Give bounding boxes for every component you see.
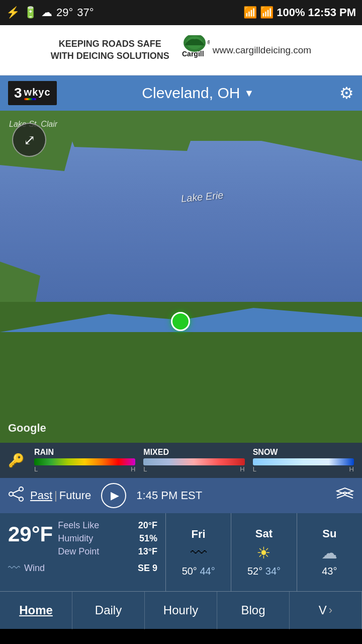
svg-text:Cargill: Cargill xyxy=(182,50,204,58)
status-temp: 29° xyxy=(56,6,73,19)
bottom-navigation: Home Daily Hourly Blog V › xyxy=(0,591,362,629)
nav-blog[interactable]: Blog xyxy=(217,592,290,629)
ad-url: www.cargilldeicing.com xyxy=(213,45,311,56)
forecast-fri-temps: 50° 44° xyxy=(182,566,215,577)
settings-button[interactable]: ⚙ xyxy=(339,84,354,103)
forecast-sun-icon: ☁ xyxy=(321,543,337,562)
nav-home-label: Home xyxy=(19,603,53,617)
expand-map-button[interactable]: ⤢ xyxy=(12,123,46,157)
time-display: 1:45 PM EST xyxy=(136,489,330,502)
mixed-low: L xyxy=(143,465,147,473)
location-marker xyxy=(171,312,190,331)
svg-point-4 xyxy=(19,487,23,491)
dew-point-value: 13°F xyxy=(138,546,157,557)
cargill-logo: Cargill ® xyxy=(179,35,210,65)
status-bar: ⚡ 🔋 ☁ 29° 37° 📶 📶 100% 12:53 PM xyxy=(0,0,362,25)
app-header: 3 wkyc Cleveland, OH ▼ ⚙ xyxy=(0,75,362,111)
nav-hourly[interactable]: Hourly xyxy=(145,592,217,629)
snow-label: SNOW xyxy=(253,448,354,457)
snow-legend: SNOW L H xyxy=(253,448,354,473)
current-conditions: 29°F Feels Like 20°F Humidity 51% Dew Po… xyxy=(0,513,166,591)
lake-erie-label: Lake Erie xyxy=(180,189,224,204)
nav-more[interactable]: V › xyxy=(290,592,362,629)
svg-text:®: ® xyxy=(207,40,210,45)
mixed-label: MIXED xyxy=(143,448,244,457)
wifi-icon: 📶 xyxy=(243,6,257,19)
forecast-sat-name: Sat xyxy=(255,527,273,540)
ad-line2: WITH DEICING SOLUTIONS xyxy=(51,50,169,62)
forecast-fri-name: Fri xyxy=(192,528,206,541)
feels-like-value: 20°F xyxy=(138,520,157,531)
forecast-sun-temps: 43° xyxy=(322,566,337,577)
future-button[interactable]: Future xyxy=(59,489,92,502)
nav-daily[interactable]: Daily xyxy=(72,592,145,629)
mixed-gradient-bar xyxy=(143,458,244,465)
ad-banner[interactable]: KEEPING ROADS SAFE WITH DEICING SOLUTION… xyxy=(0,25,362,75)
play-button[interactable]: ▶ xyxy=(101,483,126,508)
snow-low: L xyxy=(253,465,256,473)
usb-icon: ⚡ xyxy=(6,6,20,19)
humidity-label: Humidity xyxy=(58,533,93,544)
nav-home[interactable]: Home xyxy=(0,592,72,629)
past-button[interactable]: Past xyxy=(30,489,52,502)
expand-icon: ⤢ xyxy=(24,132,35,148)
nav-daily-label: Daily xyxy=(95,603,122,617)
google-attribution: Google xyxy=(8,422,46,435)
mixed-high: H xyxy=(240,465,244,473)
svg-line-8 xyxy=(13,495,20,498)
wind-value: SE 9 xyxy=(138,563,157,574)
forecast-area: Fri 〰 50° 44° Sat ☀ 52° 34° Su ☁ 43° xyxy=(166,513,362,591)
forecast-sat-temps: 52° 34° xyxy=(247,566,281,577)
location-dropdown-icon: ▼ xyxy=(244,88,254,99)
playback-controls: Past | Future ▶ 1:45 PM EST xyxy=(0,478,362,513)
layers-button[interactable] xyxy=(336,486,354,506)
nav-blog-label: Blog xyxy=(241,603,265,617)
rain-high: H xyxy=(131,465,135,473)
time-toggle[interactable]: Past | Future xyxy=(30,489,91,502)
nav-hourly-label: Hourly xyxy=(163,603,198,617)
wind-icon: 〰 xyxy=(8,561,20,575)
forecast-fri-icon: 〰 xyxy=(191,544,207,562)
svg-point-5 xyxy=(19,497,23,501)
forecast-sun-name: Su xyxy=(322,527,336,540)
ad-line1: KEEPING ROADS SAFE xyxy=(51,38,169,50)
svg-line-7 xyxy=(13,490,20,493)
play-icon: ▶ xyxy=(111,489,119,502)
wind-label: Wind xyxy=(24,563,45,574)
humidity-value: 51% xyxy=(139,533,157,544)
battery-icon: 🔋 xyxy=(24,6,37,19)
forecast-sat-icon: ☀ xyxy=(256,543,271,562)
current-temp: 29°F xyxy=(8,522,53,546)
snow-high: H xyxy=(349,465,354,473)
rain-label: RAIN xyxy=(34,448,135,457)
signal-icon: 📶 xyxy=(260,6,274,19)
status-temp2: 37° xyxy=(77,6,94,19)
dew-point-label: Dew Point xyxy=(58,546,99,557)
rain-legend: RAIN L H xyxy=(34,448,135,473)
weather-info-panel: 29°F Feels Like 20°F Humidity 51% Dew Po… xyxy=(0,513,362,591)
mixed-legend: MIXED L H xyxy=(143,448,244,473)
legend-key-icon: 🔑 xyxy=(8,453,24,468)
nav-chevron-icon: › xyxy=(329,604,332,617)
snow-gradient-bar xyxy=(253,458,354,465)
forecast-sun: Su ☁ 43° xyxy=(297,513,362,591)
share-button[interactable] xyxy=(8,486,24,506)
feels-like-label: Feels Like xyxy=(58,520,99,531)
location-text: Cleveland, OH xyxy=(142,85,240,102)
legend-bar: 🔑 RAIN L H MIXED L H SNOW L H xyxy=(0,443,362,478)
location-display[interactable]: Cleveland, OH ▼ xyxy=(142,85,254,102)
forecast-sat: Sat ☀ 52° 34° xyxy=(231,513,297,591)
rain-gradient-bar xyxy=(34,458,135,465)
nav-more-label: V xyxy=(319,603,327,617)
rain-low: L xyxy=(34,465,38,473)
weather-map[interactable]: Lake St. Clair Lake Erie ⤢ Google xyxy=(0,111,362,443)
clock: 12:53 PM xyxy=(308,6,356,19)
forecast-fri: Fri 〰 50° 44° xyxy=(166,513,231,591)
weather-icon: ☁ xyxy=(41,6,52,19)
map-land-top-right xyxy=(161,111,362,141)
wkyc-logo: 3 wkyc xyxy=(8,81,57,105)
svg-point-6 xyxy=(9,492,13,496)
battery-pct: 100% xyxy=(277,6,305,19)
